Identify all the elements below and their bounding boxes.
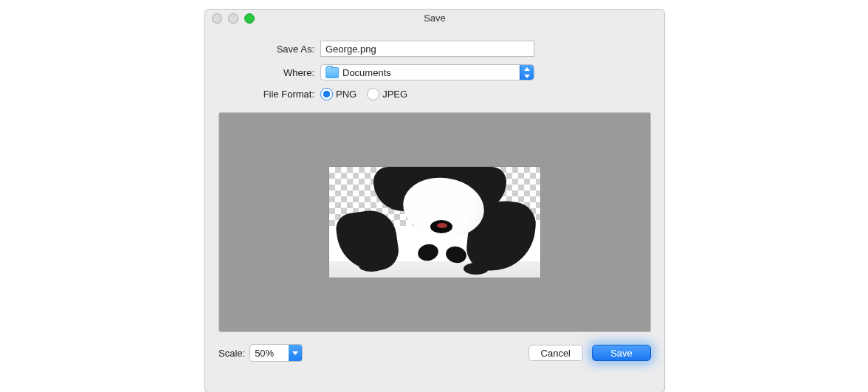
dialog-footer: Scale: 50% Cancel Save [205,332,664,374]
save-form: Save As: Where: Documents File Format: P… [205,41,664,108]
window-traffic-lights [212,13,255,24]
panda-illustration [329,167,540,278]
save-dialog: Save Save As: Where: Documents File Form… [204,9,665,392]
scale-label: Scale: [218,348,245,359]
title-bar: Save [205,10,664,27]
cancel-button[interactable]: Cancel [528,345,583,361]
radio-icon [367,88,379,100]
image-preview-thumbnail [329,167,540,278]
file-format-png[interactable]: PNG [320,88,356,100]
radio-label: PNG [336,89,356,100]
svg-marker-2 [292,351,298,355]
svg-marker-0 [524,67,530,71]
close-window-icon[interactable] [212,13,222,24]
where-select[interactable]: Documents [320,64,534,80]
file-format-label: File Format: [218,89,314,100]
scale-value: 50% [250,348,289,359]
scale-select[interactable]: 50% [249,344,303,362]
file-format-jpeg[interactable]: JPEG [367,88,407,100]
button-label: Save [610,348,633,359]
image-preview-area [218,112,651,332]
window-title: Save [205,10,664,27]
save-as-label: Save As: [218,44,314,55]
file-format-group: PNG JPEG [320,88,407,100]
save-button[interactable]: Save [592,345,651,361]
button-label: Cancel [541,348,571,359]
minimize-window-icon[interactable] [228,13,238,24]
folder-icon [326,67,339,78]
where-stepper-icon[interactable] [520,65,534,80]
save-as-input[interactable] [320,41,534,57]
where-value: Documents [342,67,391,78]
radio-icon [320,88,333,100]
svg-marker-1 [524,75,530,78]
radio-label: JPEG [382,89,407,100]
chevron-down-icon [289,345,302,361]
zoom-window-icon[interactable] [244,13,255,24]
where-label: Where: [218,67,314,78]
